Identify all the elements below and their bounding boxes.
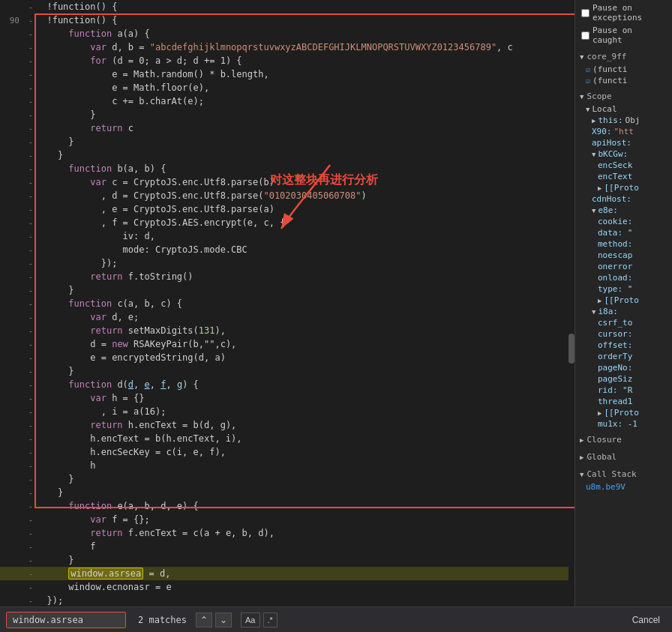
scope-item-apihost[interactable]: apiHost:: [575, 137, 672, 148]
scope-item-data[interactable]: data: ": [575, 227, 672, 238]
scope-arrow-icon: ▼: [580, 93, 584, 100]
closure-section: ▶ Closure: [575, 431, 672, 448]
scope-item-noescap[interactable]: noescap: [575, 250, 672, 261]
code-line: - , e = CryptoJS.enc.Utf8.parse(a): [0, 202, 574, 216]
code-content[interactable]: 对这整块再进行分析 - !function() {: [0, 0, 574, 607]
scope-item-pageSiz-key: pageSiz: [598, 374, 632, 384]
code-line: - }: [0, 553, 574, 567]
scope-item-thread1[interactable]: thread1: [575, 396, 672, 407]
scope-item-this[interactable]: ▶ this: Obj: [575, 115, 672, 126]
breakpoints-header[interactable]: ▼ core_9ff: [575, 49, 672, 64]
code-line: - function e(a, b, d, e) {: [0, 499, 574, 513]
scope-item-proto1-arrow-icon: ▶: [598, 184, 602, 192]
scope-local-header[interactable]: ▼ Local: [575, 103, 672, 115]
scope-item-onerror[interactable]: onerror: [575, 261, 672, 272]
scope-item-mu1x-key: mu1x: -1: [598, 419, 638, 429]
call-stack-item[interactable]: u8m.be9V: [575, 481, 672, 493]
scope-item-method[interactable]: method:: [575, 238, 672, 250]
closure-header[interactable]: ▶ Closure: [575, 433, 672, 447]
breakpoint-check-icon-1: ☑: [586, 65, 590, 73]
code-line: - for (d = 0; a > d; d += 1) {: [0, 54, 574, 67]
scope-item-encseck[interactable]: encSeck: [575, 160, 672, 171]
call-stack-arrow-icon: ▼: [580, 471, 584, 478]
scope-item-proto2-arrow-icon: ▶: [598, 297, 602, 304]
scope-item-cookie[interactable]: cookie:: [575, 216, 672, 227]
scope-item-onload[interactable]: onload:: [575, 272, 672, 283]
scope-item-i8a[interactable]: ▼ i8a:: [575, 306, 672, 317]
code-line: - h: [0, 459, 574, 472]
scope-item-rid[interactable]: rid: "R: [575, 385, 672, 396]
scope-item-offset[interactable]: offset:: [575, 340, 672, 351]
pause-on-exceptions-row[interactable]: Pause on exceptions: [575, 1, 672, 24]
call-stack-header[interactable]: ▼ Call Stack: [575, 467, 672, 481]
regex-button[interactable]: .*: [263, 613, 278, 628]
search-cancel-button[interactable]: Cancel: [626, 613, 666, 627]
closure-label: Closure: [586, 435, 621, 445]
main-area: 对这整块再进行分析 - !function() {: [0, 0, 672, 607]
scope-item-proto3-key: [[Proto: [604, 408, 638, 418]
scope-item-e8e[interactable]: ▼ e8e:: [575, 205, 672, 216]
code-panel: 对这整块再进行分析 - !function() {: [0, 0, 574, 607]
scope-item-pageSiz[interactable]: pageSiz: [575, 373, 672, 385]
search-prev-button[interactable]: ⌃: [196, 613, 212, 628]
scope-item-pageNo[interactable]: pageNo:: [575, 362, 672, 373]
scope-item-cdnhost[interactable]: cdnHost:: [575, 193, 672, 205]
scope-item-bkcgw[interactable]: ▼ bKCGw:: [575, 148, 672, 160]
code-line: - }: [0, 472, 574, 486]
code-line: - , f = CryptoJS.AES.encrypt(e, c, {: [0, 216, 574, 229]
pause-on-caught-row[interactable]: Pause on caught: [575, 24, 672, 46]
scope-item-proto2[interactable]: ▶ [[Proto: [575, 295, 672, 306]
scope-item-method-key: method:: [598, 239, 632, 249]
breakpoint-item-2[interactable]: ☑ (functi: [575, 75, 672, 86]
search-next-button[interactable]: ⌄: [215, 613, 232, 628]
code-line: - });: [0, 594, 574, 607]
code-line: - return c: [0, 121, 574, 135]
scope-item-cursor[interactable]: cursor:: [575, 328, 672, 340]
scope-item-csrf[interactable]: csrf_to: [575, 317, 672, 328]
global-header[interactable]: ▶ Global: [575, 450, 672, 464]
scope-item-proto1-key: [[Proto: [604, 183, 638, 193]
code-lines: - !function() { 90 - !function() { - fun…: [0, 0, 574, 607]
scope-item-thread1-key: thread1: [598, 397, 632, 406]
code-line-90: 90 - !function() {: [0, 13, 574, 27]
scope-title: Scope: [586, 91, 611, 101]
code-line: - }: [0, 108, 574, 121]
scope-item-e8e-key: e8e:: [598, 205, 618, 215]
breakpoint-label-1: (functi: [592, 64, 627, 74]
scope-item-proto3[interactable]: ▶ [[Proto: [575, 407, 672, 418]
code-line: - iv: d,: [0, 229, 574, 243]
scope-item-type[interactable]: type: ": [575, 283, 672, 295]
scrollbar-thumb[interactable]: [568, 334, 574, 364]
case-sensitive-button[interactable]: Aa: [241, 613, 260, 628]
code-line: - function c(a, b, c) {: [0, 297, 574, 310]
breakpoint-label-2: (functi: [592, 76, 627, 85]
global-label: Global: [586, 452, 616, 462]
code-line: - window.ecnonasr = e: [0, 580, 574, 594]
scope-item-enctext[interactable]: encText: [575, 171, 672, 182]
code-line: - e = Math.floor(e),: [0, 81, 574, 94]
scope-item-enctext-key: encText: [598, 172, 632, 181]
breakpoints-arrow-icon: ▼: [580, 53, 584, 61]
pause-on-caught-label: Pause on caught: [592, 25, 666, 45]
scope-item-mu1x[interactable]: mu1x: -1: [575, 418, 672, 430]
code-line: - var h = {}: [0, 391, 574, 405]
scope-item-x90[interactable]: X90: "htt: [575, 126, 672, 137]
breakpoint-item-1[interactable]: ☑ (functi: [575, 64, 672, 75]
closure-arrow-icon: ▶: [580, 436, 584, 444]
code-line: - var d, b = "abcdefghijklmnopqrstuvwxyz…: [0, 40, 574, 54]
call-stack-section: ▼ Call Stack u8m.be9V: [575, 466, 672, 494]
code-line: - , i = a(16);: [0, 405, 574, 418]
pause-on-caught-checkbox[interactable]: [581, 31, 590, 40]
pause-on-exceptions-checkbox[interactable]: [581, 9, 590, 17]
code-line: - f: [0, 540, 574, 553]
scope-local-arrow-icon: ▼: [586, 106, 590, 113]
search-input[interactable]: [6, 612, 126, 628]
code-line: - function b(a, b) {: [0, 162, 574, 175]
scope-item-orderTy[interactable]: orderTy: [575, 351, 672, 362]
scrollbar-track[interactable]: [568, 0, 574, 607]
scope-item-proto1[interactable]: ▶ [[Proto: [575, 182, 672, 193]
search-matches-text: 2 matches: [138, 615, 187, 625]
scope-item-x90-val: "htt: [614, 127, 634, 136]
scope-item-data-key: data: ": [598, 228, 632, 238]
scope-header[interactable]: ▼ Scope: [575, 89, 672, 103]
